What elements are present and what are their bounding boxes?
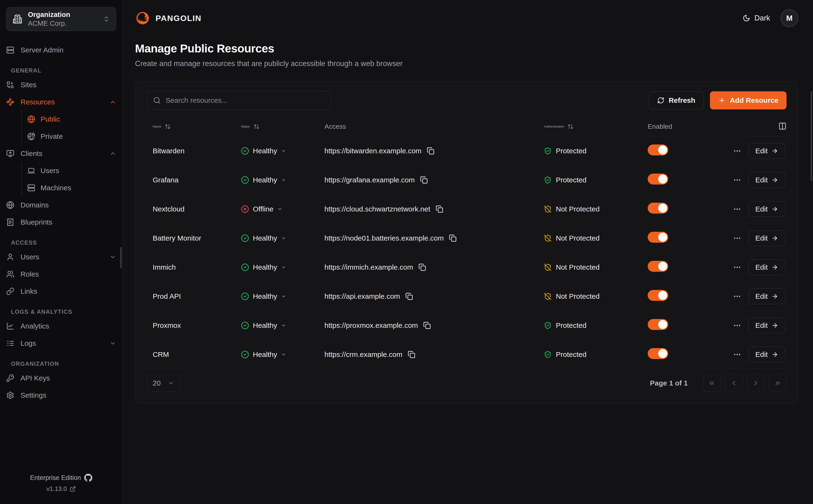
- server-icon: [27, 184, 35, 192]
- edit-button[interactable]: Edit: [748, 288, 785, 304]
- copy-url-button[interactable]: [405, 293, 413, 300]
- copy-url-button[interactable]: [449, 234, 457, 242]
- logs-icon: [6, 339, 14, 347]
- copy-icon: [423, 322, 431, 329]
- sidebar-item-public[interactable]: Public: [27, 111, 116, 128]
- row-menu-button[interactable]: [733, 176, 741, 184]
- last-page-button[interactable]: [769, 374, 787, 392]
- sidebar-item-settings[interactable]: Settings: [6, 387, 116, 404]
- sidebar-item-blueprints[interactable]: Blueprints: [6, 214, 116, 231]
- sidebar-item-machines[interactable]: Machines: [27, 179, 116, 196]
- status-dropdown[interactable]: Healthy: [241, 350, 286, 359]
- copy-url-button[interactable]: [420, 176, 428, 184]
- status-dropdown[interactable]: Healthy: [241, 234, 286, 242]
- resource-name: Battery Monitor: [153, 234, 241, 242]
- sidebar-item-clients[interactable]: Clients: [6, 145, 116, 162]
- copy-url-button[interactable]: [436, 205, 443, 213]
- ellipsis-icon: [733, 263, 741, 271]
- section-header-organization: ORGANIZATION: [11, 360, 116, 367]
- copy-icon: [420, 176, 428, 184]
- enabled-toggle[interactable]: [648, 348, 668, 359]
- row-menu-button[interactable]: [733, 147, 741, 155]
- resource-name: Grafana: [153, 176, 241, 184]
- edit-button[interactable]: Edit: [748, 143, 785, 159]
- enabled-toggle[interactable]: [648, 203, 668, 214]
- status-dropdown[interactable]: Healthy: [241, 147, 286, 155]
- page-info: Page 1 of 1: [650, 379, 688, 387]
- copy-url-button[interactable]: [408, 351, 415, 358]
- edit-button[interactable]: Edit: [748, 259, 785, 275]
- enabled-toggle[interactable]: [648, 319, 668, 330]
- edit-button[interactable]: Edit: [748, 318, 785, 333]
- status-dropdown[interactable]: Healthy: [241, 321, 286, 329]
- row-menu-button[interactable]: [733, 292, 741, 300]
- sidebar-item-domains[interactable]: Domains: [6, 196, 116, 214]
- first-page-button[interactable]: [703, 374, 721, 392]
- version-link[interactable]: v1.13.0: [46, 485, 76, 493]
- enabled-toggle[interactable]: [648, 232, 668, 243]
- sidebar: Organization ACME Corp. Server Admin GEN…: [0, 0, 123, 504]
- resource-url: https://proxmox.example.com: [324, 321, 418, 329]
- github-icon[interactable]: [84, 474, 92, 482]
- avatar[interactable]: M: [781, 9, 798, 27]
- edit-button[interactable]: Edit: [748, 230, 785, 246]
- sidebar-item-sites[interactable]: Sites: [6, 76, 116, 93]
- copy-icon: [405, 293, 413, 300]
- enabled-toggle[interactable]: [648, 174, 668, 185]
- sidebar-item-api-keys[interactable]: API Keys: [6, 370, 116, 387]
- table-row: Proxmox Healthy https://proxmox.example.…: [147, 311, 787, 340]
- shield-off-icon: [544, 263, 552, 271]
- row-menu-button[interactable]: [733, 234, 741, 242]
- enabled-toggle[interactable]: [648, 290, 668, 301]
- sidebar-scrollbar-thumb[interactable]: [120, 247, 122, 268]
- page-scrollbar-thumb[interactable]: [811, 91, 812, 181]
- gear-icon: [6, 391, 14, 399]
- sidebar-item-client-users[interactable]: Users: [27, 162, 116, 179]
- globe-lock-icon: [27, 132, 35, 140]
- add-resource-button[interactable]: Add Resource: [710, 91, 787, 109]
- row-menu-button[interactable]: [733, 205, 741, 213]
- page-size-select[interactable]: 20: [147, 375, 180, 392]
- sidebar-item-users[interactable]: Users: [6, 248, 116, 266]
- column-settings-button[interactable]: [778, 122, 787, 131]
- next-page-button[interactable]: [747, 374, 765, 392]
- sidebar-item-analytics[interactable]: Analytics: [6, 318, 116, 335]
- sort-icon: [165, 123, 171, 130]
- copy-url-button[interactable]: [423, 322, 431, 329]
- sidebar-item-logs[interactable]: Logs: [6, 335, 116, 352]
- edit-button[interactable]: Edit: [748, 172, 785, 188]
- copy-url-button[interactable]: [427, 147, 435, 155]
- edit-button[interactable]: Edit: [748, 347, 785, 362]
- row-menu-button[interactable]: [733, 321, 741, 329]
- status-dropdown[interactable]: Healthy: [241, 292, 286, 300]
- sidebar-item-roles[interactable]: Roles: [6, 266, 116, 283]
- previous-page-button[interactable]: [725, 374, 743, 392]
- table-row: CRM Healthy https://crm.example.com Prot…: [147, 340, 787, 369]
- resource-url: https://cloud.schwartznetwork.net: [324, 205, 431, 213]
- refresh-button[interactable]: Refresh: [649, 91, 704, 109]
- enabled-toggle[interactable]: [648, 144, 668, 155]
- row-menu-button[interactable]: [733, 350, 741, 359]
- edit-button[interactable]: Edit: [748, 201, 785, 217]
- search-input[interactable]: [165, 96, 324, 104]
- shield-off-icon: [544, 234, 552, 242]
- chevron-down-icon: [281, 323, 286, 328]
- status-dropdown[interactable]: Offline: [241, 205, 282, 213]
- sidebar-item-server-admin[interactable]: Server Admin: [6, 41, 116, 59]
- theme-toggle-button[interactable]: Dark: [743, 14, 770, 22]
- brand[interactable]: PANGOLIN: [135, 10, 201, 26]
- auth-label: Protected: [556, 350, 586, 359]
- sidebar-item-resources[interactable]: Resources: [6, 93, 116, 111]
- copy-icon: [436, 205, 443, 213]
- status-dropdown[interactable]: Healthy: [241, 176, 286, 184]
- row-menu-button[interactable]: [733, 263, 741, 271]
- column-header-authentication[interactable]: Authentication: [544, 123, 648, 130]
- copy-url-button[interactable]: [419, 263, 426, 271]
- column-header-status[interactable]: Status: [241, 123, 324, 130]
- sidebar-item-links[interactable]: Links: [6, 283, 116, 300]
- status-dropdown[interactable]: Healthy: [241, 263, 286, 271]
- column-header-name[interactable]: Name: [153, 123, 241, 130]
- enabled-toggle[interactable]: [648, 261, 668, 272]
- org-selector[interactable]: Organization ACME Corp.: [6, 7, 116, 31]
- sidebar-item-private[interactable]: Private: [27, 128, 116, 145]
